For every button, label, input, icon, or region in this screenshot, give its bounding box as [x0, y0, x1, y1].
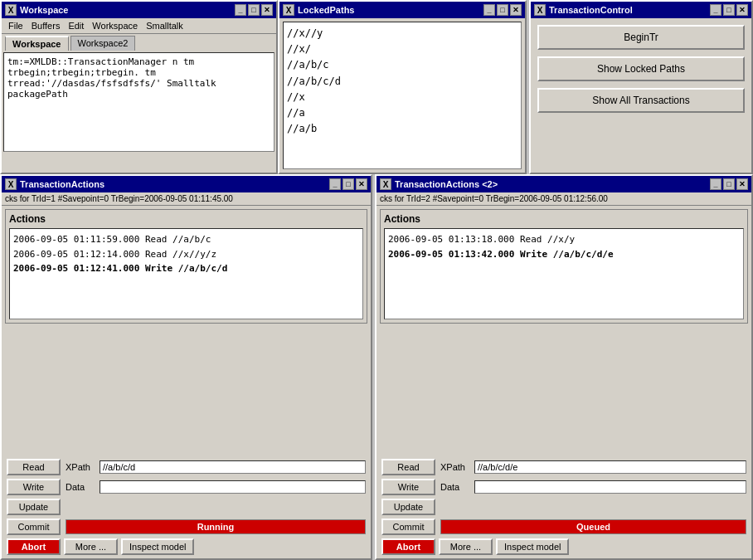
- ta2-maximize-btn[interactable]: □: [723, 178, 735, 190]
- ta2-action-0: 2006-09-05 01:13:18.000 Read //x/y: [388, 232, 740, 247]
- workspace-close-btn[interactable]: ✕: [261, 4, 273, 16]
- workspace-titlebar: X Workspace _ □ ✕: [2, 2, 276, 18]
- tc-maximize-btn[interactable]: □: [723, 4, 735, 16]
- ta1-abort-row: Abort More ... Inspect model: [7, 538, 366, 555]
- ta1-titlebar: X TransactionActions _ □ ✕: [2, 176, 371, 192]
- path-item-1: //x/: [287, 41, 517, 57]
- ta2-data-input[interactable]: [474, 480, 746, 494]
- menu-workspace[interactable]: Workspace: [89, 20, 141, 32]
- ta1-write-btn[interactable]: Write: [7, 479, 61, 495]
- tc-close-btn[interactable]: ✕: [736, 4, 748, 16]
- ta2-read-row: Read XPath: [381, 459, 746, 475]
- ta1-bottom-controls: Read XPath Write Data Update Commit Runn…: [2, 455, 371, 558]
- ta2-titlebar: X TransactionActions <2> _ □ ✕: [376, 176, 751, 192]
- tc-close-icon[interactable]: X: [534, 4, 546, 16]
- ta2-close-btn[interactable]: ✕: [736, 178, 748, 190]
- lockedpaths-titlebar: X LockedPaths _ □ ✕: [279, 2, 525, 18]
- ta2-status-queued: Queued: [440, 519, 746, 534]
- ta2-more-btn[interactable]: More ...: [439, 538, 493, 555]
- ta2-read-btn[interactable]: Read: [381, 459, 435, 475]
- path-item-6: //a/b: [287, 121, 517, 137]
- menu-edit[interactable]: Edit: [65, 20, 87, 32]
- ta2-update-row: Update: [381, 499, 746, 515]
- lockedpaths-close-btn[interactable]: ✕: [510, 4, 522, 16]
- show-locked-paths-button[interactable]: Show Locked Paths: [537, 56, 745, 81]
- ta1-action-1: 2006-09-05 01:12:14.000 Read //x//y/z: [13, 247, 359, 262]
- ta1-commit-row: Commit Running: [7, 519, 366, 535]
- ta1-abort-btn[interactable]: Abort: [7, 538, 61, 555]
- ta1-action-0: 2006-09-05 01:11:59.000 Read //a/b/c: [13, 232, 359, 247]
- ta1-close-icon[interactable]: X: [5, 178, 17, 190]
- workspace-content[interactable]: tm:=XMLDB::TransactionManager n tm trbeg…: [3, 52, 274, 152]
- ta1-status-bar: cks for TrId=1 #Savepoint=0 TrBegin=2006…: [2, 192, 371, 206]
- begintr-button[interactable]: BeginTr: [537, 25, 745, 50]
- ta1-read-row: Read XPath: [7, 459, 366, 475]
- lockedpaths-content: //x//y //x/ //a/b/c //a/b/c/d //x //a //…: [283, 22, 522, 169]
- ta2-write-btn[interactable]: Write: [381, 479, 435, 495]
- ta1-data-input[interactable]: [100, 480, 366, 494]
- ta1-title: TransactionActions: [20, 179, 104, 189]
- ta1-update-btn[interactable]: Update: [7, 499, 61, 515]
- ta2-update-btn[interactable]: Update: [381, 499, 435, 515]
- transactioncontrol-titlebar: X TransactionControl _ □ ✕: [531, 2, 751, 18]
- ta1-close-btn[interactable]: ✕: [356, 178, 367, 190]
- ta2-abort-btn[interactable]: Abort: [381, 538, 435, 555]
- workspace-minimize-btn[interactable]: _: [235, 4, 246, 16]
- ta1-window: X TransactionActions _ □ ✕ cks for TrId=…: [0, 174, 372, 560]
- ta1-xpath-input[interactable]: [100, 460, 366, 474]
- tc-title: TransactionControl: [549, 5, 633, 15]
- ta2-bottom-controls: Read XPath Write Data Update Commit Queu…: [376, 455, 751, 558]
- ta1-xpath-label: XPath: [66, 462, 95, 472]
- tab-workspace[interactable]: Workspace: [5, 36, 69, 51]
- ta1-actions-group: Actions 2006-09-05 01:11:59.000 Read //a…: [5, 209, 367, 324]
- ta1-update-row: Update: [7, 499, 366, 515]
- lockedpaths-minimize-btn[interactable]: _: [483, 4, 495, 16]
- ta2-xpath-input[interactable]: [474, 460, 746, 474]
- ta2-abort-row: Abort More ... Inspect model: [381, 538, 746, 555]
- lockedpaths-window: X LockedPaths _ □ ✕ //x//y //x/ //a/b/c …: [278, 0, 527, 174]
- ta2-title: TransactionActions <2>: [395, 179, 498, 189]
- ta2-inspect-btn[interactable]: Inspect model: [496, 538, 569, 555]
- ta1-write-row: Write Data: [7, 479, 366, 495]
- ta1-action-2: 2006-09-05 01:12:41.000 Write //a/b/c/d: [13, 261, 359, 276]
- menu-buffers[interactable]: Buffers: [28, 20, 64, 32]
- ta1-inspect-btn[interactable]: Inspect model: [121, 538, 194, 555]
- lockedpaths-maximize-btn[interactable]: □: [497, 4, 508, 16]
- workspace-menubar: File Buffers Edit Workspace Smalltalk: [2, 18, 276, 34]
- workspace-maximize-btn[interactable]: □: [248, 4, 260, 16]
- ta2-status-bar: cks for TrId=2 #Savepoint=0 TrBegin=2006…: [376, 192, 751, 206]
- ta1-data-label: Data: [66, 482, 95, 492]
- lockedpaths-title: LockedPaths: [298, 5, 354, 15]
- ta2-minimize-btn[interactable]: _: [710, 178, 721, 190]
- menu-smalltalk[interactable]: Smalltalk: [143, 20, 187, 32]
- ta2-data-label: Data: [440, 482, 469, 492]
- ta1-read-btn[interactable]: Read: [7, 459, 61, 475]
- ta2-commit-row: Commit Queued: [381, 519, 746, 535]
- workspace-window: X Workspace _ □ ✕ File Buffers Edit Work…: [0, 0, 278, 174]
- show-all-transactions-button[interactable]: Show All Transactions: [537, 88, 745, 113]
- ta1-more-btn[interactable]: More ...: [64, 538, 118, 555]
- ta1-minimize-btn[interactable]: _: [329, 178, 341, 190]
- ta1-actions-label: Actions: [9, 213, 363, 225]
- ta2-action-1: 2006-09-05 01:13:42.000 Write //a/b/c/d/…: [388, 247, 740, 262]
- path-item-2: //a/b/c: [287, 57, 517, 73]
- path-item-4: //x: [287, 90, 517, 105]
- lockedpaths-close-icon[interactable]: X: [283, 4, 294, 16]
- tc-minimize-btn[interactable]: _: [710, 4, 721, 16]
- ta1-maximize-btn[interactable]: □: [342, 178, 354, 190]
- tab-workspace2[interactable]: Workspace2: [70, 36, 136, 51]
- path-item-0: //x//y: [287, 26, 517, 41]
- ta2-close-icon[interactable]: X: [380, 178, 391, 190]
- workspace-tabs: Workspace Workspace2: [2, 34, 276, 51]
- ta1-status-running: Running: [66, 519, 366, 534]
- menu-file[interactable]: File: [5, 20, 27, 32]
- path-item-5: //a: [287, 105, 517, 121]
- tc-buttons-area: BeginTr Show Locked Paths Show All Trans…: [531, 18, 751, 119]
- workspace-close-icon[interactable]: X: [5, 4, 17, 16]
- transactioncontrol-window: X TransactionControl _ □ ✕ BeginTr Show …: [529, 0, 753, 174]
- ta2-commit-btn[interactable]: Commit: [381, 519, 435, 535]
- ta2-actions-list: 2006-09-05 01:13:18.000 Read //x/y 2006-…: [384, 228, 744, 319]
- ta2-xpath-label: XPath: [440, 462, 469, 472]
- ta1-commit-btn[interactable]: Commit: [7, 519, 61, 535]
- ta2-actions-group: Actions 2006-09-05 01:13:18.000 Read //x…: [380, 209, 748, 324]
